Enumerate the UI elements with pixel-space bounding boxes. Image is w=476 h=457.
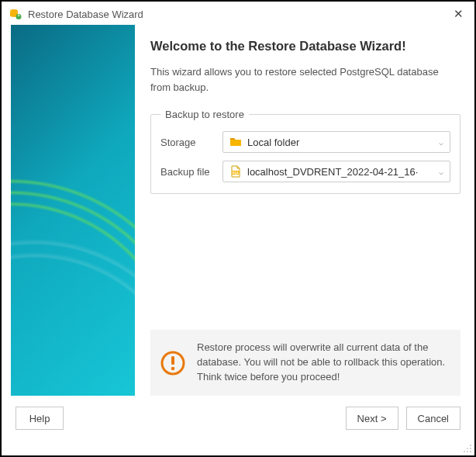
page-title: Welcome to the Restore Database Wizard!	[150, 39, 460, 54]
backup-to-restore-fieldset: Backup to restore Storage Local folder ⌵…	[150, 109, 460, 194]
warning-text: Restore process will overwrite all curre…	[197, 341, 448, 385]
svg-point-8	[470, 448, 471, 449]
storage-row: Storage Local folder ⌵	[160, 131, 450, 153]
fieldset-legend: Backup to restore	[160, 109, 249, 120]
svg-point-11	[470, 451, 471, 452]
sql-file-icon: SQL	[229, 165, 242, 178]
main-panel: Welcome to the Restore Database Wizard! …	[135, 25, 474, 396]
svg-point-10	[467, 451, 468, 452]
window-title: Restore Database Wizard	[28, 9, 143, 20]
chevron-down-icon: ⌵	[434, 138, 443, 147]
titlebar: Restore Database Wizard ✕	[2, 2, 474, 25]
folder-icon	[229, 136, 242, 148]
intro-text: This wizard allows you to restore select…	[150, 64, 460, 95]
cancel-button[interactable]: Cancel	[406, 407, 460, 430]
help-button[interactable]: Help	[16, 407, 64, 430]
backup-file-value: localhost_DVDRENT_2022-04-21_16·	[247, 166, 434, 178]
svg-point-5	[171, 366, 175, 370]
app-icon	[9, 8, 22, 20]
resize-grip[interactable]	[461, 442, 472, 453]
storage-value: Local folder	[247, 137, 434, 148]
chevron-down-icon: ⌵	[434, 168, 443, 176]
close-icon[interactable]: ✕	[450, 7, 467, 21]
wizard-sidebar-image	[11, 25, 135, 396]
next-button[interactable]: Next >	[346, 407, 398, 430]
storage-dropdown[interactable]: Local folder ⌵	[222, 131, 450, 153]
svg-text:SQL: SQL	[233, 171, 240, 175]
content-area: Welcome to the Restore Database Wizard! …	[2, 25, 474, 396]
footer: Help Next > Cancel	[2, 396, 474, 441]
svg-point-0	[10, 9, 18, 12]
backup-file-dropdown[interactable]: SQL localhost_DVDRENT_2022-04-21_16· ⌵	[222, 161, 450, 182]
backup-file-label: Backup file	[160, 166, 222, 178]
warning-box: Restore process will overwrite all curre…	[150, 330, 460, 396]
storage-label: Storage	[160, 137, 222, 148]
svg-point-9	[464, 451, 465, 452]
svg-point-7	[467, 448, 468, 449]
backup-file-row: Backup file SQL localhost_DVDRENT_2022-0…	[160, 161, 450, 182]
svg-point-6	[470, 445, 471, 446]
warning-icon	[160, 350, 186, 376]
svg-rect-4	[171, 356, 174, 365]
